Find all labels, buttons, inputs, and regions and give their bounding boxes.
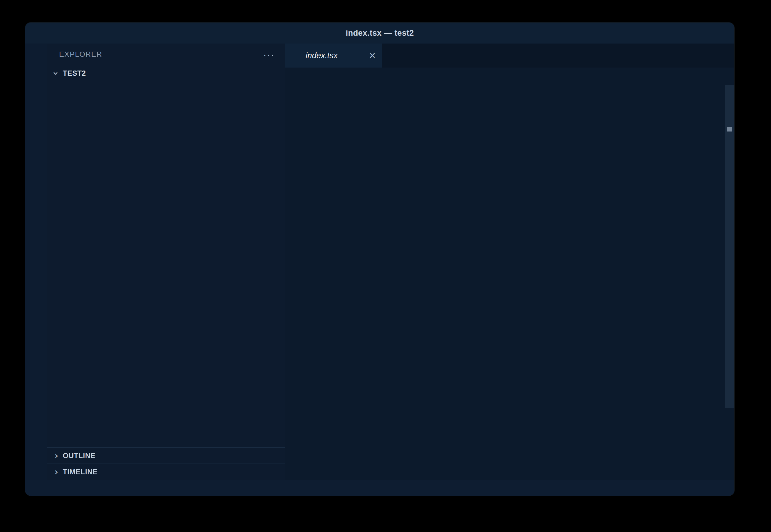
maximize-button[interactable] (58, 30, 64, 36)
workspace-name: TEST2 (63, 69, 86, 77)
chevron-right-icon: › (52, 450, 61, 461)
timeline-section[interactable]: › TIMELINE (47, 464, 285, 480)
overview-cursor-mark (727, 127, 732, 131)
timeline-label: TIMELINE (63, 468, 98, 476)
outline-label: OUTLINE (63, 452, 95, 460)
activity-bar (25, 44, 47, 480)
window-title: index.tsx — test2 (346, 29, 414, 38)
workspace-section[interactable]: › TEST2 (47, 65, 285, 81)
chevron-down-icon: › (51, 69, 61, 78)
close-button[interactable] (34, 30, 41, 36)
chevron-right-icon: › (52, 467, 61, 477)
tab-bar: index.tsx ✕ (285, 44, 734, 68)
tab-index-tsx[interactable]: index.tsx ✕ (285, 44, 382, 68)
minimize-button[interactable] (46, 30, 53, 36)
code-editor[interactable] (285, 85, 734, 480)
scrollbar-thumb[interactable] (725, 85, 734, 408)
explorer-more-icon[interactable]: ··· (263, 51, 275, 57)
status-bar (25, 480, 734, 496)
editor-scrollbar[interactable] (725, 85, 734, 480)
outline-section[interactable]: › OUTLINE (47, 447, 285, 464)
vscode-window: index.tsx — test2 EXPLORER ··· › TEST2 ›… (25, 23, 734, 496)
workbench: EXPLORER ··· › TEST2 › OUTLINE › TIMELIN… (25, 44, 734, 480)
breadcrumb (285, 68, 734, 85)
close-icon[interactable]: ✕ (369, 51, 376, 61)
editor-group: index.tsx ✕ (285, 44, 734, 480)
traffic-lights (34, 23, 64, 44)
file-tree (47, 81, 285, 447)
editor-actions (725, 44, 734, 68)
react-icon (291, 50, 301, 61)
explorer-title: EXPLORER (59, 50, 102, 59)
titlebar: index.tsx — test2 (25, 23, 734, 44)
explorer-header: EXPLORER ··· (47, 44, 285, 65)
tab-label: index.tsx (306, 51, 338, 60)
sidebar-explorer: EXPLORER ··· › TEST2 › OUTLINE › TIMELIN… (47, 44, 285, 480)
